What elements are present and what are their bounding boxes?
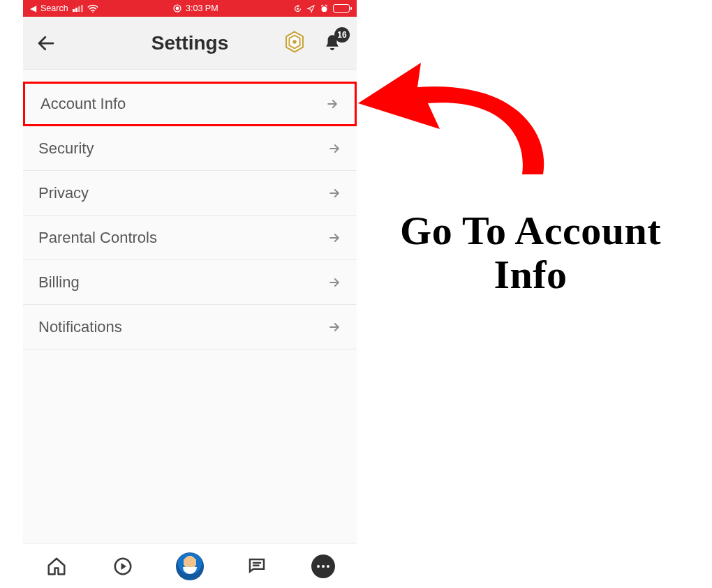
chevron-right-icon xyxy=(327,231,341,245)
notifications-button[interactable]: 16 xyxy=(320,31,344,55)
menu-item-label: Parental Controls xyxy=(38,229,157,247)
menu-item-label: Account Info xyxy=(40,95,126,113)
location-icon xyxy=(306,4,316,13)
tab-home[interactable] xyxy=(41,551,72,582)
more-icon xyxy=(311,555,335,578)
back-arrow-icon xyxy=(36,33,57,54)
orientation-lock-icon xyxy=(293,4,302,13)
wifi-icon xyxy=(87,4,98,13)
menu-item-privacy[interactable]: Privacy xyxy=(23,171,357,216)
status-left: ◀ Search xyxy=(30,3,98,13)
settings-list: Account Info Security Privacy Parental C… xyxy=(23,70,357,349)
robux-icon xyxy=(283,30,306,54)
status-center: 3:03 PM xyxy=(98,3,293,13)
back-to-app-caret-icon[interactable]: ◀ xyxy=(30,4,36,13)
tab-chat[interactable] xyxy=(242,551,272,582)
phone-inner: ◀ Search 3:03 PM xyxy=(23,0,357,588)
notification-badge: 16 xyxy=(334,27,350,43)
svg-rect-3 xyxy=(297,8,299,10)
menu-item-security[interactable]: Security xyxy=(23,126,357,171)
robux-button[interactable] xyxy=(283,30,306,56)
alarm-icon xyxy=(320,4,329,13)
chevron-right-icon xyxy=(327,186,341,200)
app-header: Settings 16 xyxy=(23,17,357,70)
menu-item-notifications[interactable]: Notifications xyxy=(23,305,357,349)
menu-item-label: Privacy xyxy=(38,184,89,202)
empty-area xyxy=(23,349,357,543)
menu-item-label: Security xyxy=(38,140,94,158)
chevron-right-icon xyxy=(327,276,341,289)
svg-point-2 xyxy=(176,7,179,10)
menu-item-account-info[interactable]: Account Info xyxy=(23,82,357,126)
battery-icon xyxy=(333,4,350,13)
chevron-right-icon xyxy=(327,142,341,156)
back-to-app-label[interactable]: Search xyxy=(40,3,68,13)
status-right xyxy=(293,4,350,13)
menu-item-billing[interactable]: Billing xyxy=(23,260,357,305)
bottom-tab-bar xyxy=(23,543,357,588)
menu-item-label: Notifications xyxy=(38,318,122,336)
menu-item-label: Billing xyxy=(38,273,80,292)
svg-point-0 xyxy=(92,12,94,13)
ios-status-bar: ◀ Search 3:03 PM xyxy=(23,0,357,17)
back-button[interactable] xyxy=(36,33,64,54)
tab-more[interactable] xyxy=(308,551,339,582)
annotation-arrow-icon xyxy=(355,49,564,209)
signal-strength-icon xyxy=(73,5,83,12)
play-circle-icon xyxy=(112,556,133,577)
tab-discover[interactable] xyxy=(107,551,138,582)
svg-rect-6 xyxy=(324,8,326,9)
phone-frame: ◀ Search 3:03 PM xyxy=(23,0,357,588)
header-actions: 16 xyxy=(283,30,344,56)
clock-time: 3:03 PM xyxy=(186,3,218,13)
avatar-icon xyxy=(176,552,204,580)
tab-avatar[interactable] xyxy=(175,551,205,582)
menu-item-parental-controls[interactable]: Parental Controls xyxy=(23,216,357,260)
annotation-text: Go To Account Info xyxy=(363,209,698,296)
home-icon xyxy=(46,556,67,577)
chevron-right-icon xyxy=(325,97,339,111)
chevron-right-icon xyxy=(327,320,341,334)
chat-icon xyxy=(246,556,267,577)
recording-indicator-icon xyxy=(173,4,181,13)
canvas: ◀ Search 3:03 PM xyxy=(0,0,712,588)
svg-point-9 xyxy=(292,40,296,43)
